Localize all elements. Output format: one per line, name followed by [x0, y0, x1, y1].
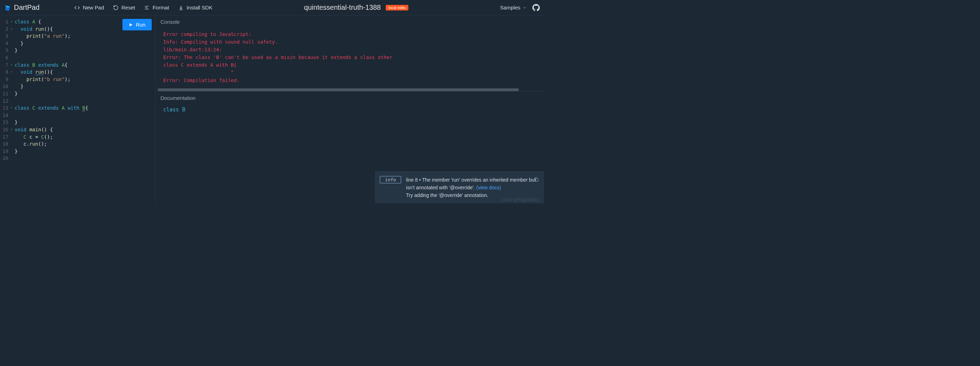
toolbar-actions: New Pad Reset Format Install SDK [74, 5, 212, 11]
reset-icon [113, 5, 119, 11]
toolbar-right: Samples [500, 4, 540, 11]
project-title-area: quintessential-truth-1388 local edits [304, 3, 408, 11]
console-scrollbar[interactable] [158, 88, 542, 91]
chevron-down-icon [522, 6, 527, 10]
reset-button[interactable]: Reset [113, 5, 135, 11]
code-content[interactable]: class A { void run(){ print("a run"); }}… [8, 18, 88, 162]
samples-dropdown[interactable]: Samples [500, 5, 527, 11]
format-icon [144, 5, 150, 11]
view-docs-link[interactable]: (view docs) [476, 185, 501, 190]
project-title: quintessential-truth-1388 [304, 3, 381, 11]
issue-severity-tag: info [380, 176, 401, 183]
dart-logo-icon [4, 4, 11, 11]
code-editor[interactable]: 1234567891011121314151617181920 class A … [0, 15, 155, 162]
play-icon [129, 23, 133, 27]
copy-icon[interactable] [534, 177, 539, 182]
install-sdk-button[interactable]: Install SDK [178, 5, 212, 11]
new-pad-button[interactable]: New Pad [74, 5, 104, 11]
console-output: Error compiling to JavaScript: Info: Com… [156, 28, 544, 88]
code-icon [74, 5, 80, 11]
docs-header: Documentation [156, 91, 544, 104]
watermark: CSDN @早起的年轻人 [502, 197, 541, 203]
console-header: Console [156, 15, 544, 28]
line-gutter: 1234567891011121314151617181920 [0, 18, 8, 162]
run-button[interactable]: Run [123, 19, 152, 30]
editor-pane: Run 1234567891011121314151617181920 clas… [0, 15, 155, 203]
download-icon [178, 5, 184, 11]
local-edits-badge: local edits [386, 5, 408, 11]
scrollbar-thumb[interactable] [158, 88, 519, 91]
format-button[interactable]: Format [144, 5, 169, 11]
top-toolbar: DartPad New Pad Reset Format Install SDK… [0, 0, 544, 15]
svg-rect-4 [536, 179, 538, 181]
github-icon[interactable] [532, 4, 540, 11]
logo[interactable]: DartPad [4, 3, 40, 11]
logo-text: DartPad [14, 3, 40, 11]
issue-message: line 8 • The member 'run' overrides an i… [406, 176, 539, 199]
docs-body: class B [156, 104, 544, 117]
